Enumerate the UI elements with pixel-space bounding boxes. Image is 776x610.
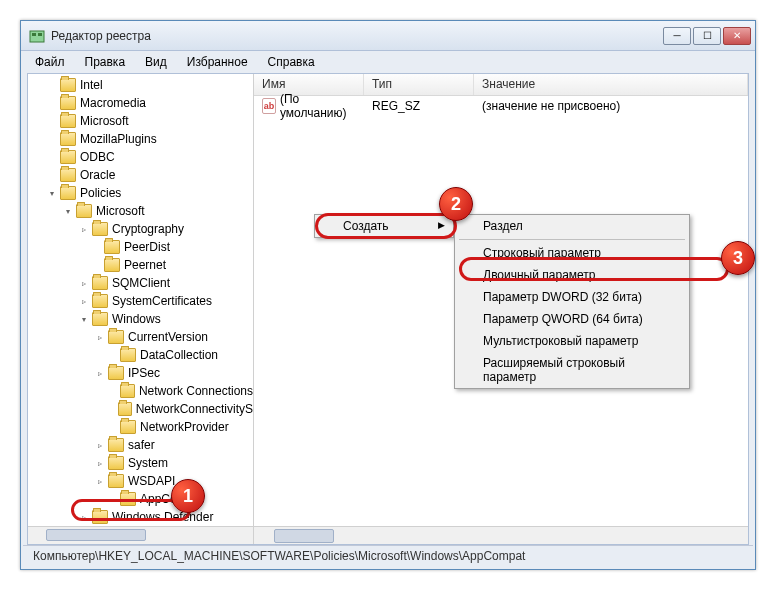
menu-file[interactable]: Файл (27, 53, 73, 71)
tree-label: WSDAPI (128, 474, 175, 488)
tree-item[interactable]: ▹safer (28, 436, 253, 454)
expand-icon[interactable] (46, 79, 58, 91)
folder-icon (108, 330, 124, 344)
minimize-button[interactable]: ─ (663, 27, 691, 45)
tree-label: MozillaPlugins (80, 132, 157, 146)
tree-label: DataCollection (140, 348, 218, 362)
expand-icon[interactable]: ▹ (94, 475, 106, 487)
expand-icon[interactable]: ▾ (62, 205, 74, 217)
tree-item[interactable]: ▹WSDAPI (28, 472, 253, 490)
tree-item[interactable]: ODBC (28, 148, 253, 166)
tree-item[interactable]: Intel (28, 76, 253, 94)
app-icon (29, 28, 45, 44)
expand-icon[interactable] (46, 97, 58, 109)
tree-label: Macromedia (80, 96, 146, 110)
ctx-new-key[interactable]: Раздел (455, 215, 689, 237)
tree-item[interactable]: ▾Policies (28, 184, 253, 202)
tree-item[interactable]: NetworkConnectivityS (28, 400, 253, 418)
menu-view[interactable]: Вид (137, 53, 175, 71)
list-scrollbar[interactable] (254, 526, 748, 544)
ctx-new-qword[interactable]: Параметр QWORD (64 бита) (455, 308, 689, 330)
list-row[interactable]: ab (По умолчанию) REG_SZ (значение не пр… (254, 96, 748, 116)
expand-icon[interactable] (46, 151, 58, 163)
expand-icon[interactable]: ▾ (46, 187, 58, 199)
tree-item[interactable]: ▹System (28, 454, 253, 472)
folder-icon (92, 276, 108, 290)
expand-icon[interactable] (90, 259, 102, 271)
ctx-new-string[interactable]: Строковый параметр (455, 242, 689, 264)
folder-icon (60, 78, 76, 92)
expand-icon[interactable]: ▹ (78, 295, 90, 307)
window-title: Редактор реестра (51, 29, 663, 43)
tree-item[interactable]: MozillaPlugins (28, 130, 253, 148)
tree-item[interactable]: PeerDist (28, 238, 253, 256)
tree-label: IPSec (128, 366, 160, 380)
folder-icon (120, 492, 136, 506)
expand-icon[interactable] (106, 349, 118, 361)
close-button[interactable]: ✕ (723, 27, 751, 45)
expand-icon[interactable] (106, 403, 116, 415)
tree-item[interactable]: ▹CurrentVersion (28, 328, 253, 346)
context-submenu-new: Раздел Строковый параметр Двоичный парам… (454, 214, 690, 389)
expand-icon[interactable] (106, 385, 118, 397)
expand-icon[interactable] (46, 133, 58, 145)
col-type[interactable]: Тип (364, 74, 474, 95)
tree-item[interactable]: ▹Windows Defender (28, 508, 253, 526)
expand-icon[interactable] (106, 421, 118, 433)
tree-item[interactable]: Network Connections (28, 382, 253, 400)
expand-icon[interactable] (90, 241, 102, 253)
expand-icon[interactable]: ▾ (78, 313, 90, 325)
statusbar: Компьютер\HKEY_LOCAL_MACHINE\SOFTWARE\Po… (23, 545, 753, 567)
tree-item[interactable]: ▾Windows (28, 310, 253, 328)
maximize-button[interactable]: ☐ (693, 27, 721, 45)
folder-icon (120, 420, 136, 434)
tree-item[interactable]: AppCompat (28, 490, 253, 508)
expand-icon[interactable]: ▹ (78, 511, 90, 523)
col-value[interactable]: Значение (474, 74, 748, 95)
folder-icon (92, 222, 108, 236)
folder-icon (104, 240, 120, 254)
tree-item[interactable]: Microsoft (28, 112, 253, 130)
tree-item[interactable]: ▹SQMClient (28, 274, 253, 292)
tree-item[interactable]: ▹SystemCertificates (28, 292, 253, 310)
tree-item[interactable]: ▹IPSec (28, 364, 253, 382)
folder-icon (60, 132, 76, 146)
menu-edit[interactable]: Правка (77, 53, 134, 71)
folder-icon (60, 96, 76, 110)
tree-item[interactable]: Macromedia (28, 94, 253, 112)
expand-icon[interactable] (46, 169, 58, 181)
expand-icon[interactable] (46, 115, 58, 127)
expand-icon[interactable] (106, 493, 118, 505)
expand-icon[interactable]: ▹ (94, 457, 106, 469)
svg-rect-1 (32, 33, 36, 36)
tree-item[interactable]: ▹Cryptography (28, 220, 253, 238)
svg-rect-0 (30, 31, 44, 42)
folder-icon (76, 204, 92, 218)
titlebar[interactable]: Редактор реестра ─ ☐ ✕ (21, 21, 755, 51)
ctx-new-binary[interactable]: Двоичный параметр (455, 264, 689, 286)
ctx-new-expandstring[interactable]: Расширяемый строковый параметр (455, 352, 689, 388)
tree-label: Peernet (124, 258, 166, 272)
tree-item[interactable]: NetworkProvider (28, 418, 253, 436)
tree-item[interactable]: ▾Microsoft (28, 202, 253, 220)
tree-scrollbar[interactable] (28, 526, 253, 544)
menu-favorites[interactable]: Избранное (179, 53, 256, 71)
ctx-create[interactable]: Создать ▶ (315, 215, 453, 237)
ctx-new-multistring[interactable]: Мультистроковый параметр (455, 330, 689, 352)
folder-icon (108, 438, 124, 452)
expand-icon[interactable]: ▹ (78, 223, 90, 235)
expand-icon[interactable]: ▹ (94, 367, 106, 379)
ctx-new-dword[interactable]: Параметр DWORD (32 бита) (455, 286, 689, 308)
expand-icon[interactable]: ▹ (78, 277, 90, 289)
menu-help[interactable]: Справка (260, 53, 323, 71)
expand-icon[interactable]: ▹ (94, 439, 106, 451)
tree-item[interactable]: Oracle (28, 166, 253, 184)
tree-item[interactable]: Peernet (28, 256, 253, 274)
tree-label: Windows Defender (112, 510, 213, 524)
folder-icon (108, 456, 124, 470)
tree-label: SQMClient (112, 276, 170, 290)
expand-icon[interactable]: ▹ (94, 331, 106, 343)
tree-item[interactable]: DataCollection (28, 346, 253, 364)
registry-tree[interactable]: IntelMacromediaMicrosoftMozillaPluginsOD… (28, 74, 253, 526)
folder-icon (104, 258, 120, 272)
